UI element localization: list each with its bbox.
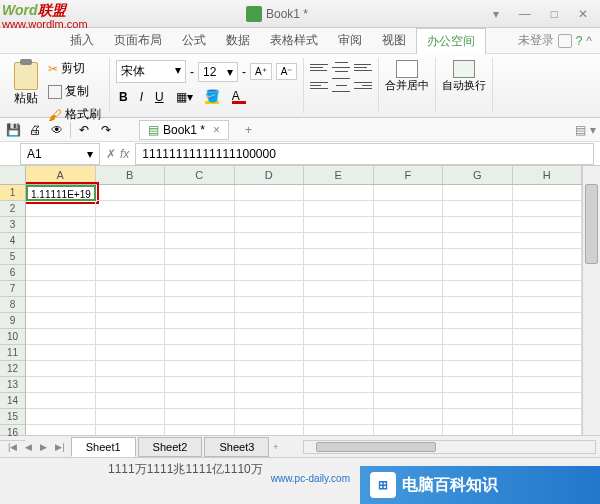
cut-button[interactable]: ✂ 剪切 — [46, 58, 103, 79]
menu-formula[interactable]: 公式 — [172, 28, 216, 53]
preview-button[interactable]: 👁 — [48, 121, 66, 139]
cell[interactable] — [96, 201, 166, 217]
row-header[interactable]: 12 — [0, 361, 25, 377]
maximize-button[interactable]: □ — [545, 5, 564, 23]
cell[interactable] — [235, 233, 305, 249]
cell[interactable] — [374, 377, 444, 393]
cell[interactable] — [96, 217, 166, 233]
user-icon[interactable] — [558, 34, 572, 48]
cell[interactable] — [235, 265, 305, 281]
cell[interactable] — [26, 281, 96, 297]
font-decrease-button[interactable]: A⁻ — [276, 63, 298, 80]
cell[interactable] — [304, 329, 374, 345]
cell[interactable] — [96, 377, 166, 393]
cell[interactable] — [304, 217, 374, 233]
column-header[interactable]: B — [96, 166, 166, 184]
cell[interactable] — [165, 377, 235, 393]
cell[interactable] — [96, 345, 166, 361]
cell[interactable] — [304, 313, 374, 329]
cell[interactable] — [165, 425, 235, 435]
cell[interactable] — [513, 249, 583, 265]
tab-list-icon[interactable]: ▤ — [575, 123, 586, 137]
first-sheet-button[interactable]: |◀ — [4, 440, 21, 454]
cell[interactable] — [304, 185, 373, 201]
cell[interactable] — [304, 393, 374, 409]
prev-sheet-button[interactable]: ◀ — [21, 440, 36, 454]
cell[interactable] — [374, 265, 444, 281]
cell[interactable] — [443, 425, 513, 435]
row-header[interactable]: 10 — [0, 329, 25, 345]
cell[interactable] — [26, 249, 96, 265]
cell[interactable] — [513, 217, 583, 233]
row-header[interactable]: 16 — [0, 425, 25, 441]
cell[interactable] — [513, 185, 582, 201]
row-header[interactable]: 9 — [0, 313, 25, 329]
cell[interactable] — [374, 361, 444, 377]
cell[interactable] — [304, 233, 374, 249]
cell[interactable] — [304, 361, 374, 377]
border-button[interactable]: ▦▾ — [173, 88, 196, 106]
cell[interactable] — [235, 329, 305, 345]
row-header[interactable]: 5 — [0, 249, 25, 265]
cell[interactable] — [26, 425, 96, 435]
align-left-button[interactable] — [310, 78, 328, 92]
font-size-select[interactable]: 12▾ — [198, 62, 238, 82]
cell[interactable] — [443, 409, 513, 425]
cell[interactable] — [443, 281, 513, 297]
cell[interactable] — [96, 297, 166, 313]
cell[interactable] — [304, 249, 374, 265]
cell[interactable] — [26, 217, 96, 233]
cell[interactable] — [96, 329, 166, 345]
cell[interactable] — [513, 377, 583, 393]
cell[interactable] — [513, 361, 583, 377]
align-bottom-button[interactable] — [354, 60, 372, 74]
cell[interactable] — [374, 345, 444, 361]
minimize-button[interactable]: — — [513, 5, 537, 23]
cell[interactable] — [26, 233, 96, 249]
cell[interactable] — [513, 393, 583, 409]
font-increase-button[interactable]: A⁺ — [250, 63, 272, 80]
column-header[interactable]: D — [235, 166, 305, 184]
cell[interactable] — [26, 201, 96, 217]
cell[interactable] — [374, 313, 444, 329]
align-right-button[interactable] — [354, 78, 372, 92]
cell[interactable] — [96, 249, 166, 265]
cell[interactable] — [165, 217, 235, 233]
row-header[interactable]: 13 — [0, 377, 25, 393]
row-header[interactable]: 6 — [0, 265, 25, 281]
align-center-button[interactable] — [332, 78, 350, 92]
cell[interactable] — [165, 185, 234, 201]
cell[interactable] — [374, 409, 444, 425]
font-name-select[interactable]: 宋体▾ — [116, 60, 186, 83]
cell[interactable] — [443, 249, 513, 265]
cell[interactable] — [96, 185, 165, 201]
font-color-button[interactable]: A — [229, 87, 249, 106]
cell[interactable] — [443, 345, 513, 361]
bold-button[interactable]: B — [116, 88, 131, 106]
menu-review[interactable]: 审阅 — [328, 28, 372, 53]
cell[interactable] — [304, 345, 374, 361]
cell[interactable] — [96, 361, 166, 377]
cell[interactable] — [513, 233, 583, 249]
cell[interactable] — [443, 217, 513, 233]
cell[interactable] — [165, 329, 235, 345]
cell[interactable] — [443, 313, 513, 329]
column-header[interactable]: H — [513, 166, 583, 184]
close-button[interactable]: ✕ — [572, 5, 594, 23]
cell[interactable] — [26, 377, 96, 393]
cell[interactable] — [165, 361, 235, 377]
cell[interactable] — [304, 201, 374, 217]
cell[interactable] — [374, 329, 444, 345]
cell[interactable]: 1.11111E+19 — [26, 185, 96, 201]
italic-button[interactable]: I — [137, 88, 146, 106]
cell[interactable] — [374, 297, 444, 313]
cell[interactable] — [235, 297, 305, 313]
menu-office[interactable]: 办公空间 — [416, 28, 486, 54]
menu-view[interactable]: 视图 — [372, 28, 416, 53]
dropdown-icon[interactable]: ▾ — [487, 5, 505, 23]
row-header[interactable]: 7 — [0, 281, 25, 297]
wrap-text-button[interactable]: 自动换行 — [436, 58, 493, 113]
column-header[interactable]: C — [165, 166, 235, 184]
cell[interactable] — [26, 265, 96, 281]
cell[interactable] — [26, 393, 96, 409]
